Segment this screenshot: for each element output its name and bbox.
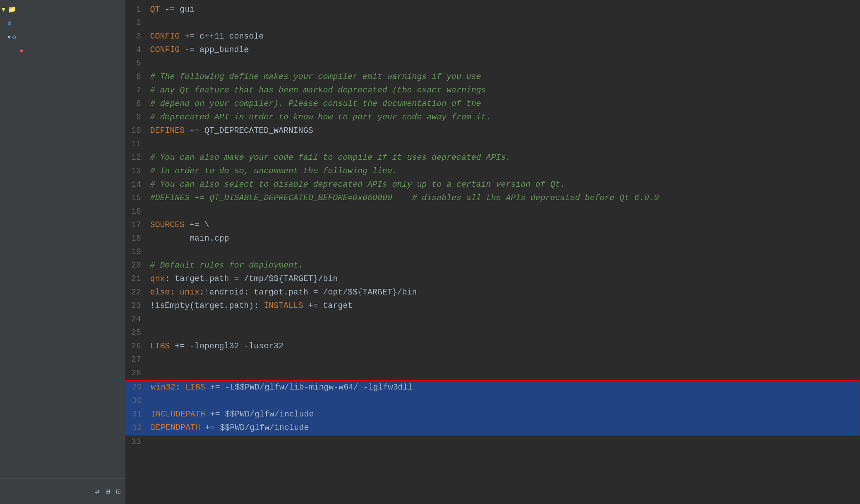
line-number-21: 21 — [125, 272, 147, 286]
sources-chevron: ▼ — [7, 33, 10, 42]
sync-icon[interactable]: ⇄ — [95, 487, 100, 496]
project-icon: ▼ — [1, 4, 6, 15]
line-number-30: 30 — [126, 394, 148, 408]
code-line-19: 19 — [125, 245, 860, 259]
line-content-32: DEPENDPATH += $$PWD/glfw/include — [148, 421, 859, 435]
line-content-4: CONFIG -= app_bundle — [147, 43, 860, 57]
line-content-13: # In order to do so, uncomment the follo… — [147, 165, 860, 178]
sources-icon: ⚙ — [12, 32, 16, 43]
line-content-14: # You can also select to disable depreca… — [147, 178, 860, 192]
line-content-18: main.cpp — [147, 232, 860, 245]
code-line-15: 15#DEFINES += QT_DISABLE_DEPRECATED_BEFO… — [125, 192, 860, 205]
line-content-21: qnx: target.path = /tmp/$${TARGET}/bin — [147, 272, 860, 286]
line-content-8: # depend on your compiler). Please consu… — [147, 97, 860, 111]
code-line-9: 9# deprecated API in order to know how t… — [125, 111, 860, 124]
window-icon[interactable]: ⊡ — [116, 487, 121, 496]
code-line-26: 26LIBS += -lopengl32 -luser32 — [125, 340, 860, 353]
sidebar-item-main-cpp[interactable]: ● — [0, 44, 125, 58]
line-number-13: 13 — [125, 165, 147, 178]
line-content-17: SOURCES += \ — [147, 219, 860, 232]
code-line-28: 28 — [125, 367, 860, 380]
code-line-13: 13# In order to do so, uncomment the fol… — [125, 165, 860, 178]
line-number-23: 23 — [125, 299, 147, 313]
line-number-4: 4 — [125, 43, 147, 57]
code-line-22: 22else: unix:!android: target.path = /op… — [125, 286, 860, 299]
line-content-1: QT -= gui — [147, 3, 860, 16]
line-number-24: 24 — [125, 313, 147, 326]
line-number-9: 9 — [125, 111, 147, 124]
line-number-19: 19 — [125, 245, 147, 259]
line-content-15: #DEFINES += QT_DISABLE_DEPRECATED_BEFORE… — [147, 192, 860, 205]
line-content-20: # Default rules for deployment. — [147, 259, 860, 272]
line-number-1: 1 — [125, 3, 147, 16]
code-line-2: 2 — [125, 16, 860, 30]
line-number-11: 11 — [125, 138, 147, 151]
code-line-32: 32DEPENDPATH += $$PWD/glfw/include — [126, 421, 859, 435]
line-number-33: 33 — [125, 436, 147, 449]
bottom-toolbar-icons: ⇄ ⊞ ⊡ — [95, 487, 121, 496]
code-line-25: 25 — [125, 326, 860, 340]
line-content-31: INCLUDEPATH += $$PWD/glfw/include — [148, 408, 859, 421]
line-number-27: 27 — [125, 353, 147, 367]
code-editor[interactable]: 1QT -= gui23CONFIG += c++11 console4CONF… — [125, 0, 860, 504]
code-line-29: 29win32: LIBS += -L$$PWD/glfw/lib-mingw-… — [126, 381, 859, 394]
line-number-5: 5 — [125, 57, 147, 70]
sidebar-item-pro[interactable]: ⚙ — [0, 17, 125, 31]
line-content-29: win32: LIBS += -L$$PWD/glfw/lib-mingw-w6… — [148, 381, 859, 394]
line-number-12: 12 — [125, 151, 147, 165]
line-number-28: 28 — [125, 367, 147, 380]
sidebar-item-sources[interactable]: ▼ ⚙ — [0, 31, 125, 45]
code-line-21: 21qnx: target.path = /tmp/$${TARGET}/bin — [125, 272, 860, 286]
code-line-24: 24 — [125, 313, 860, 326]
line-content-10: DEFINES += QT_DEPRECATED_WARNINGS — [147, 124, 860, 138]
code-line-16: 16 — [125, 205, 860, 219]
sidebar-item-project[interactable]: ▼ 📁 — [0, 3, 125, 17]
line-number-16: 16 — [125, 205, 147, 219]
code-line-20: 20# Default rules for deployment. — [125, 259, 860, 272]
code-line-27: 27 — [125, 353, 860, 367]
line-number-14: 14 — [125, 178, 147, 192]
code-line-17: 17SOURCES += \ — [125, 219, 860, 232]
line-number-3: 3 — [125, 30, 147, 43]
line-number-18: 18 — [125, 232, 147, 245]
line-content-23: !isEmpty(target.path): INSTALLS += targe… — [147, 299, 860, 313]
line-content-3: CONFIG += c++11 console — [147, 30, 860, 43]
add-icon[interactable]: ⊞ — [106, 487, 110, 496]
line-content-6: # The following define makes your compil… — [147, 70, 860, 84]
line-number-29: 29 — [126, 381, 148, 394]
line-number-15: 15 — [125, 192, 147, 205]
pro-icon: ⚙ — [7, 18, 12, 29]
line-content-22: else: unix:!android: target.path = /opt/… — [147, 286, 860, 299]
line-number-32: 32 — [126, 421, 148, 435]
line-number-8: 8 — [125, 97, 147, 111]
code-line-12: 12# You can also make your code fail to … — [125, 151, 860, 165]
line-content-9: # deprecated API in order to know how to… — [147, 111, 860, 124]
sidebar: ▼ 📁 ⚙ ▼ ⚙ ● ⇄ ⊞ ⊡ — [0, 0, 125, 504]
code-line-5: 5 — [125, 57, 860, 70]
code-line-18: 18 main.cpp — [125, 232, 860, 245]
line-content-7: # any Qt feature that has been marked de… — [147, 84, 860, 97]
cpp-icon: ● — [19, 46, 24, 56]
code-line-1: 1QT -= gui — [125, 3, 860, 16]
line-content-26: LIBS += -lopengl32 -luser32 — [147, 340, 860, 353]
code-line-10: 10DEFINES += QT_DEPRECATED_WARNINGS — [125, 124, 860, 138]
line-number-7: 7 — [125, 84, 147, 97]
line-number-26: 26 — [125, 340, 147, 353]
line-number-31: 31 — [126, 408, 148, 421]
project-folder-icon: 📁 — [8, 4, 16, 15]
line-number-20: 20 — [125, 259, 147, 272]
code-line-6: 6# The following define makes your compi… — [125, 70, 860, 84]
code-line-4: 4CONFIG -= app_bundle — [125, 43, 860, 57]
line-number-6: 6 — [125, 70, 147, 84]
code-area: 1QT -= gui23CONFIG += c++11 console4CONF… — [125, 0, 860, 504]
sidebar-bottom-bar: ⇄ ⊞ ⊡ — [0, 479, 125, 504]
line-number-22: 22 — [125, 286, 147, 299]
code-line-23: 23!isEmpty(target.path): INSTALLS += tar… — [125, 299, 860, 313]
code-line-7: 7# any Qt feature that has been marked d… — [125, 84, 860, 97]
code-line-8: 8# depend on your compiler). Please cons… — [125, 97, 860, 111]
line-number-10: 10 — [125, 124, 147, 138]
code-line-30: 30 — [126, 394, 859, 408]
line-content-12: # You can also make your code fail to co… — [147, 151, 860, 165]
code-line-3: 3CONFIG += c++11 console — [125, 30, 860, 43]
code-line-33: 33 — [125, 436, 860, 449]
